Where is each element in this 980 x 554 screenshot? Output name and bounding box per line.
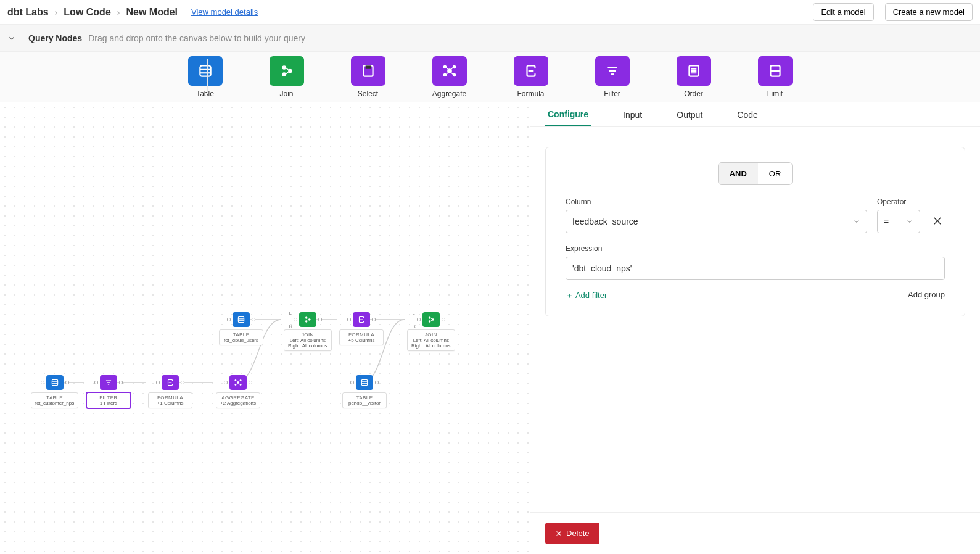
operator-field: Operator = <box>877 197 920 233</box>
aggregate-icon <box>442 63 458 79</box>
logic-toggle: AND OR <box>566 162 945 185</box>
logic-and-button[interactable]: AND <box>719 163 758 184</box>
table-icon <box>197 63 213 79</box>
logic-or-button[interactable]: OR <box>758 163 793 184</box>
config-panel: ConfigureInputOutputCode AND OR Column f… <box>530 102 980 554</box>
tool-palette: TableJoinSelectAggregateFormulaFilterOrd… <box>0 52 980 102</box>
tool-label: Aggregate <box>432 89 466 98</box>
tab-input[interactable]: Input <box>620 104 644 126</box>
crumb-page[interactable]: New Model <box>126 7 178 18</box>
close-icon <box>932 215 943 226</box>
tool-limit[interactable]: Limit <box>758 56 793 98</box>
join-icon <box>279 63 295 79</box>
node-n_tbl_pendo[interactable]: TABLEpendo__visitor <box>342 375 387 408</box>
join-icon <box>427 315 435 324</box>
node-n_filter[interactable]: FILTER1 Filters <box>86 375 131 408</box>
tool-filter[interactable]: Filter <box>595 56 630 98</box>
crumb-org[interactable]: dbt Labs <box>7 7 49 18</box>
config-body: AND OR Column feedback_source Operator <box>530 127 980 512</box>
view-model-details-link[interactable]: View model details <box>191 7 258 17</box>
formula-icon <box>523 63 539 79</box>
operator-label: Operator <box>877 197 920 206</box>
formula-icon <box>357 315 366 324</box>
node-n_formula1[interactable]: FORMULA+1 Columns <box>148 375 192 408</box>
tool-label: Table <box>196 89 214 98</box>
column-value: feedback_source <box>572 217 638 226</box>
add-group-button[interactable]: Add group <box>908 290 945 301</box>
aggregate-icon <box>234 378 242 387</box>
delete-button[interactable]: Delete <box>545 523 599 544</box>
tool-label: Join <box>279 89 293 98</box>
tab-output[interactable]: Output <box>674 104 705 126</box>
config-footer: Delete <box>530 512 980 554</box>
query-nodes-header: Query Nodes Drag and drop onto the canva… <box>0 25 980 52</box>
order-icon <box>686 63 702 79</box>
node-n_formula2[interactable]: FORMULA+5 Columns <box>339 312 384 345</box>
tab-code[interactable]: Code <box>735 104 760 126</box>
tool-label: Limit <box>767 89 783 98</box>
tab-configure[interactable]: Configure <box>545 103 591 126</box>
join-icon <box>303 315 312 324</box>
config-tabs: ConfigureInputOutputCode <box>530 102 980 127</box>
tool-order[interactable]: Order <box>677 56 711 98</box>
tool-label: Select <box>358 89 378 98</box>
node-n_agg[interactable]: AGGREGATE+2 Aggregations <box>216 375 260 408</box>
column-field: Column feedback_source <box>566 197 867 233</box>
remove-filter-button[interactable] <box>930 213 945 228</box>
add-filter-button[interactable]: ＋ Add filter <box>566 290 607 301</box>
table-icon <box>51 378 59 387</box>
expression-field: Expression 'dbt_cloud_nps' <box>566 244 945 280</box>
chevron-down-icon <box>906 218 913 225</box>
filter-row: Column feedback_source Operator = <box>566 197 945 233</box>
tool-label: Order <box>684 89 703 98</box>
limit-icon <box>767 63 783 79</box>
create-model-button[interactable]: Create a new model <box>885 3 973 21</box>
tool-label: Formula <box>517 89 544 98</box>
crumb-section[interactable]: Low Code <box>64 7 110 18</box>
chevron-right-icon: › <box>55 7 58 17</box>
node-n_tbl_nps[interactable]: TABLEfct_customer_nps <box>31 375 78 408</box>
breadcrumb-bar: dbt Labs › Low Code › New Model View mod… <box>0 0 980 25</box>
operator-value: = <box>884 217 889 226</box>
canvas[interactable]: TABLEfct_cloud_usersLRJOINLeft: All colu… <box>0 102 530 554</box>
node-n_join2[interactable]: LRJOINLeft: All columns Right: All colum… <box>407 312 455 351</box>
chevron-down-icon <box>853 218 860 225</box>
column-select[interactable]: feedback_source <box>566 210 867 233</box>
table-icon <box>360 378 369 387</box>
expression-value: 'dbt_cloud_nps' <box>572 263 632 273</box>
filter-card: AND OR Column feedback_source Operator <box>545 147 965 316</box>
workspace: TABLEfct_cloud_usersLRJOINLeft: All colu… <box>0 102 980 554</box>
expression-label: Expression <box>566 244 945 253</box>
filter-icon <box>604 63 620 79</box>
tool-table[interactable]: Table <box>188 56 223 98</box>
table-icon <box>237 315 245 324</box>
tool-join[interactable]: Join <box>270 56 304 98</box>
node-n_tbl_users[interactable]: TABLEfct_cloud_users <box>219 312 263 345</box>
tool-formula[interactable]: Formula <box>514 56 548 98</box>
edit-model-button[interactable]: Edit a model <box>813 3 873 21</box>
filter-card-footer: ＋ Add filter Add group <box>566 290 945 301</box>
tool-label: Filter <box>604 89 620 98</box>
filter-icon <box>104 378 113 387</box>
tool-aggregate[interactable]: Aggregate <box>432 56 467 98</box>
query-nodes-title: Query Nodes <box>28 33 82 43</box>
column-label: Column <box>566 197 867 206</box>
chevron-down-icon[interactable] <box>7 34 16 43</box>
select-icon <box>360 63 376 79</box>
chevron-right-icon: › <box>117 7 120 17</box>
query-nodes-hint: Drag and drop onto the canvas below to b… <box>88 33 305 43</box>
close-icon <box>555 530 562 537</box>
palette-divider <box>207 59 208 94</box>
formula-icon <box>166 378 175 387</box>
operator-select[interactable]: = <box>877 210 920 233</box>
expression-input[interactable]: 'dbt_cloud_nps' <box>566 257 945 280</box>
node-n_join1[interactable]: LRJOINLeft: All columns Right: All colum… <box>284 312 332 351</box>
tool-select[interactable]: Select <box>351 56 385 98</box>
